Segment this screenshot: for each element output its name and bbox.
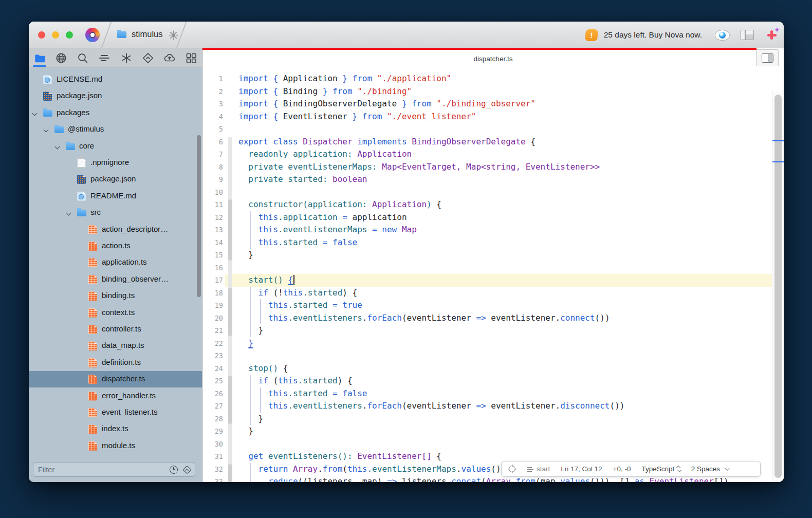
- traffic-close-button[interactable]: [38, 31, 45, 39]
- symbol-path[interactable]: start: [527, 465, 550, 473]
- sidebar-tab-extensions[interactable]: [183, 49, 199, 67]
- code-line[interactable]: 2import { Binding } from "./binding": [202, 85, 772, 98]
- code-line[interactable]: 15 }: [202, 249, 772, 262]
- code-lines[interactable]: 1import { Application } from "./applicat…: [202, 72, 772, 482]
- tree-file-row[interactable]: controller.ts: [29, 321, 202, 338]
- indent-selector[interactable]: 2 Spaces: [691, 465, 728, 473]
- titlebar[interactable]: stimulus ! 25 days left. Buy Nova now.: [29, 22, 784, 48]
- sidebar-tab-text-clips[interactable]: [97, 49, 112, 67]
- filter-bar[interactable]: [33, 462, 195, 477]
- tree-file-row[interactable]: application.ts: [29, 254, 202, 271]
- split-editor-icon[interactable]: [741, 30, 754, 40]
- preview-eye-icon[interactable]: [715, 30, 729, 40]
- tree-file-row[interactable]: action.ts: [29, 238, 202, 254]
- code-line[interactable]: 11 constructor(application: Application)…: [202, 198, 772, 211]
- code-line[interactable]: 8 private eventListenerMaps: Map<EventTa…: [202, 161, 772, 174]
- code-line[interactable]: 10: [202, 186, 772, 199]
- code-area[interactable]: 1import { Application } from "./applicat…: [202, 68, 784, 482]
- code-line[interactable]: 28 }: [202, 413, 772, 425]
- sidebar-tab-source-control[interactable]: [140, 49, 156, 67]
- tree-file-row[interactable]: definition.ts: [29, 355, 202, 371]
- code-line[interactable]: 6export class Dispatcher implements Bind…: [202, 136, 772, 149]
- code-line[interactable]: 22 }: [202, 337, 772, 350]
- editor-header[interactable]: dispatcher.ts: [202, 50, 784, 68]
- tree-file-row[interactable]: README.md: [29, 188, 202, 205]
- code-line[interactable]: 1import { Application } from "./applicat…: [202, 72, 772, 85]
- new-file-plus-icon[interactable]: [766, 30, 777, 40]
- project-folder-icon[interactable]: [117, 31, 126, 40]
- code-line[interactable]: 14 this.started = false: [202, 236, 772, 249]
- tree-file-row[interactable]: module.ts: [29, 438, 202, 454]
- ts-file-icon: [88, 325, 97, 334]
- tree-file-row[interactable]: binding.ts: [29, 288, 202, 304]
- tree-file-row[interactable]: package.json: [29, 88, 202, 104]
- code-line[interactable]: 18 if (!this.started) {: [202, 287, 772, 300]
- tree-file-row[interactable]: [29, 68, 202, 71]
- code-line[interactable]: 26 this.started = false: [202, 387, 772, 400]
- right-sidebar-toggle-button[interactable]: [756, 49, 779, 66]
- tree-file-row[interactable]: context.ts: [29, 305, 202, 321]
- filter-input[interactable]: [38, 466, 170, 474]
- publish-diamond-icon[interactable]: [183, 465, 192, 474]
- tree-file-row[interactable]: action_descriptor…: [29, 221, 202, 238]
- tree-file-row[interactable]: binding_observer…: [29, 271, 202, 288]
- clock-icon[interactable]: [170, 466, 178, 474]
- chevron-down-icon[interactable]: [55, 144, 60, 149]
- code-line[interactable]: 21 }: [202, 324, 772, 337]
- chevron-down-icon[interactable]: [44, 127, 49, 133]
- sidebar-tab-remote[interactable]: [53, 49, 69, 67]
- cursor-position[interactable]: Ln 17, Col 12: [561, 465, 602, 473]
- tree-file-row[interactable]: index.ts: [29, 421, 202, 437]
- tree-file-row[interactable]: event_listener.ts: [29, 404, 202, 421]
- tree-file-row[interactable]: package.json: [29, 171, 202, 188]
- tree-file-row[interactable]: LICENSE.md: [29, 71, 202, 88]
- code-line[interactable]: 24 stop() {: [202, 362, 772, 375]
- trial-text[interactable]: 25 days left. Buy Nova now.: [604, 30, 702, 40]
- code-line[interactable]: 23: [202, 349, 772, 362]
- code-line[interactable]: 25 if (this.started) {: [202, 375, 772, 387]
- project-title[interactable]: stimulus: [132, 29, 163, 39]
- editor-scrollbar[interactable]: [772, 90, 784, 482]
- code-line[interactable]: 16: [202, 262, 772, 274]
- code-line[interactable]: 9 private started: boolean: [202, 173, 772, 186]
- tree-file-row[interactable]: [29, 454, 202, 458]
- code-line[interactable]: 27 this.eventListeners.forEach(eventList…: [202, 400, 772, 413]
- code-line[interactable]: 7 readonly application: Application: [202, 148, 772, 161]
- tree-item-label: src: [90, 208, 101, 216]
- sidebar-tab-search[interactable]: [75, 49, 90, 67]
- code-line[interactable]: 5: [202, 123, 772, 136]
- gear-icon[interactable]: [169, 30, 178, 42]
- language-selector[interactable]: TypeScript: [641, 465, 680, 473]
- sidebar-scrollbar[interactable]: [197, 135, 201, 297]
- scrollbar-thumb[interactable]: [774, 95, 782, 478]
- chevron-down-icon[interactable]: [66, 211, 71, 216]
- sidebar-tab-publish[interactable]: [162, 49, 177, 67]
- crosshair-icon[interactable]: [508, 465, 516, 473]
- chevron-down-icon[interactable]: [32, 110, 38, 116]
- sidebar-tab-symbols[interactable]: [119, 49, 134, 67]
- tree-folder-row[interactable]: @stimulus: [29, 121, 202, 138]
- tree-file-row[interactable]: .npmignore: [29, 155, 202, 171]
- tree-file-row[interactable]: data_map.ts: [29, 338, 202, 354]
- traffic-zoom-button[interactable]: [66, 31, 73, 39]
- code-line[interactable]: 3import { BindingObserverDelegate } from…: [202, 98, 772, 110]
- tree-folder-row[interactable]: core: [29, 138, 202, 155]
- code-line[interactable]: 13 this.eventListenerMaps = new Map: [202, 224, 772, 236]
- code-line[interactable]: 17 start() {: [202, 274, 772, 287]
- tree-file-row[interactable]: error_handler.ts: [29, 388, 202, 404]
- code-line[interactable]: 19 this.started = true: [202, 299, 772, 312]
- traffic-minimize-button[interactable]: [52, 31, 59, 39]
- code-line[interactable]: 29 }: [202, 425, 772, 438]
- tree-item-label: controller.ts: [102, 324, 141, 333]
- code-line[interactable]: 4import { EventListener } from "./event_…: [202, 110, 772, 123]
- tree-folder-row[interactable]: packages: [29, 105, 202, 121]
- line-number: 11: [202, 198, 223, 211]
- sidebar-tab-files[interactable]: [32, 49, 47, 67]
- change-counts[interactable]: +0, -0: [613, 465, 631, 473]
- tree-folder-row[interactable]: src: [29, 205, 202, 221]
- tree-item-label: action.ts: [102, 241, 131, 250]
- code-line[interactable]: 30: [202, 438, 772, 451]
- code-line[interactable]: 12 this.application = application: [202, 211, 772, 224]
- tree-file-row[interactable]: dispatcher.ts: [29, 371, 202, 387]
- code-line[interactable]: 20 this.eventListeners.forEach(eventList…: [202, 312, 772, 325]
